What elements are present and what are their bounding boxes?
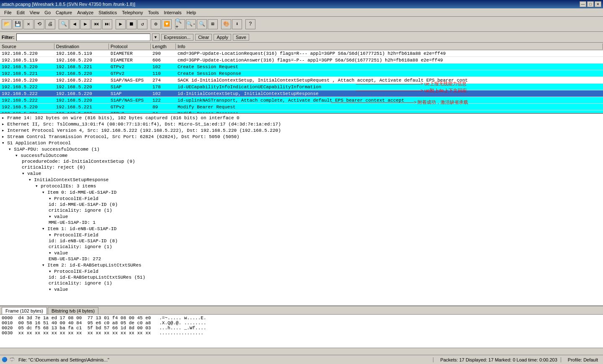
detail-line[interactable]: Item 2: id-E-RABSetupListCtxtSURes xyxy=(0,262,603,268)
detail-line[interactable]: ENB-UE-S1AP-ID: 272 xyxy=(0,256,603,262)
menu-item-edit[interactable]: Edit xyxy=(14,9,27,16)
auto-scroll-button[interactable]: ⬇ xyxy=(232,19,242,29)
detail-line[interactable]: Ethernet II, Src: TslCommu_13:01:f4 (08:… xyxy=(0,121,603,127)
main-area: Source Destination Protocol Length Info … xyxy=(0,43,603,355)
hex-row: 0000 d4 3d 7e 1a ed 17 08 00 77 13 01 f4… xyxy=(2,315,601,320)
table-row[interactable]: 192.168.5.220192.168.5.221GTPv2102Create… xyxy=(0,64,603,70)
table-row[interactable]: 192.168.5.220192.168.5.221GTPv289Modify … xyxy=(0,104,603,110)
detail-line[interactable]: MME-UE-S1AP-ID: 1 xyxy=(0,220,603,226)
detail-line[interactable]: ProtocolIE-Field xyxy=(0,232,603,238)
clear-button[interactable]: Clear xyxy=(195,34,212,41)
menu-item-telephony[interactable]: Telephony xyxy=(119,9,145,16)
detail-line[interactable]: Frame 14: 102 bytes on wire (816 bits), … xyxy=(0,115,603,121)
table-row[interactable]: 192.168.5.221192.168.5.220GTPv284Modify … xyxy=(0,110,603,114)
save-button[interactable]: 💾 xyxy=(13,19,23,29)
find-packet-button[interactable]: 🔍 xyxy=(59,19,69,29)
status-packets: Packets: 17 Displayed: 17 Marked: 0 Load… xyxy=(437,357,561,362)
detail-line[interactable]: InitialContextSetupResponse xyxy=(0,177,603,183)
capture-stop-button[interactable]: ⏹ xyxy=(126,19,137,29)
detail-line[interactable]: Item 1: id-eNB-UE-S1AP-ID xyxy=(0,226,603,232)
menu-item-tools[interactable]: Tools xyxy=(146,9,162,16)
detail-line[interactable]: Stream Control Transmission Protocol, Sr… xyxy=(0,133,603,140)
table-row[interactable]: 192.168.5.220192.168.5.119DIAMETER290cmd… xyxy=(0,50,603,57)
help-button[interactable]: ? xyxy=(245,19,255,29)
detail-line[interactable]: successfulOutcome xyxy=(0,152,603,159)
col-header-info[interactable]: Info xyxy=(176,44,603,49)
minimize-button[interactable]: — xyxy=(580,1,586,7)
detail-line[interactable]: Item 0: id-MME-UE-S1AP-ID xyxy=(0,189,603,195)
capture-restart-button[interactable]: ↺ xyxy=(137,19,147,29)
save-filter-button[interactable]: Save xyxy=(233,34,249,41)
menu-item-view[interactable]: View xyxy=(27,9,42,16)
detail-line[interactable]: id: id-eNB-UE-S1AP-ID (8) xyxy=(0,238,603,244)
hex-tabs: Frame (102 bytes)Bitstring tvb (4 bytes) xyxy=(0,306,603,315)
close-file-button[interactable]: ✕ xyxy=(23,19,34,29)
detail-line[interactable]: Internet Protocol Version 4, Src: 192.16… xyxy=(0,127,603,133)
reload-button[interactable]: ⟲ xyxy=(34,19,44,29)
hex-tab-0[interactable]: Frame (102 bytes) xyxy=(2,307,47,314)
apply-button[interactable]: Apply xyxy=(214,34,231,41)
resize-columns-button[interactable]: ⊞ xyxy=(208,19,218,29)
open-button[interactable]: 📂 xyxy=(2,19,12,29)
menu-item-go[interactable]: Go xyxy=(42,9,53,16)
table-row[interactable]: 192.168.5.221192.168.5.220GTPv2110Create… xyxy=(0,70,603,77)
menu-item-statistics[interactable]: Statistics xyxy=(96,9,119,16)
menu-item-analyze[interactable]: Analyze xyxy=(75,9,96,16)
table-row[interactable]: 192.168.5.220192.168.5.222S1AP/NAS-EPS27… xyxy=(0,77,603,84)
detail-line[interactable]: value xyxy=(0,213,603,220)
menu-item-help[interactable]: Help xyxy=(184,9,198,16)
prev-button[interactable]: ◀ xyxy=(70,19,80,29)
capture-filter-button[interactable]: 🔽 xyxy=(162,19,172,29)
filter-input[interactable] xyxy=(16,33,150,41)
detail-line[interactable]: id: id-E-RABSetupListCtxtSURes (51) xyxy=(0,274,603,280)
detail-line[interactable]: criticality: reject (0) xyxy=(0,164,603,170)
detail-line[interactable]: criticality: ignore (1) xyxy=(0,208,603,213)
next-button[interactable]: ▶ xyxy=(80,19,90,29)
capture-start-button[interactable]: ▶ xyxy=(116,19,126,29)
table-row[interactable]: 192.168.5.222192.168.5.220S1AP/NAS-EPS12… xyxy=(0,97,603,104)
col-header-source[interactable]: Source xyxy=(0,44,54,49)
titlebar-controls: — □ ✕ xyxy=(580,1,601,7)
table-row[interactable]: 192.168.5.222192.168.5.220S1AP102id-Init… xyxy=(0,90,603,97)
menubar: FileEditViewGoCaptureAnalyzeStatisticsTe… xyxy=(0,8,603,17)
packet-list[interactable]: Source Destination Protocol Length Info … xyxy=(0,43,603,114)
packet-detail[interactable]: Frame 14: 102 bytes on wire (816 bits), … xyxy=(0,114,603,306)
table-row[interactable]: 192.168.5.222192.168.5.220S1AP178id-UECa… xyxy=(0,84,603,90)
detail-line[interactable]: criticality: ignore (1) xyxy=(0,244,603,250)
hex-dump[interactable]: 0000 d4 3d 7e 1a ed 17 08 00 77 13 01 f4… xyxy=(0,315,603,348)
zoom-in-button[interactable]: 🔍+ xyxy=(175,19,185,29)
expression-button[interactable]: Expression... xyxy=(161,34,194,41)
detail-line[interactable]: ProtocolIE-Field xyxy=(0,268,603,274)
maximize-button[interactable]: □ xyxy=(587,1,594,7)
menu-item-file[interactable]: File xyxy=(2,9,14,16)
packet-list-header: Source Destination Protocol Length Info xyxy=(0,43,603,50)
detail-line[interactable]: procedureCode: id-InitialContextSetup (9… xyxy=(0,159,603,164)
col-header-destination[interactable]: Destination xyxy=(54,44,109,49)
go-last-button[interactable]: ⏭ xyxy=(102,19,112,29)
col-header-protocol[interactable]: Protocol xyxy=(109,44,151,49)
detail-line[interactable]: S1 Application Protocol xyxy=(0,140,603,146)
close-button[interactable]: ✕ xyxy=(595,1,601,7)
col-header-length[interactable]: Length xyxy=(151,44,176,49)
menu-item-internals[interactable]: Internals xyxy=(161,9,184,16)
go-first-button[interactable]: ⏮ xyxy=(91,19,101,29)
filter-dropdown[interactable]: ▼ xyxy=(152,33,160,41)
print-button[interactable]: 🖨 xyxy=(45,19,55,29)
detail-line[interactable]: value xyxy=(0,250,603,256)
hex-row: 0010 00 58 16 51 40 00 40 84 95 e6 c0 a8… xyxy=(2,320,601,326)
colorize-button[interactable]: 🎨 xyxy=(221,19,231,29)
hex-tab-1[interactable]: Bitstring tvb (4 bytes) xyxy=(48,307,98,314)
detail-line[interactable]: S1AP-PDU: successfulOutcome (1) xyxy=(0,146,603,152)
zoom-normal-button[interactable]: 🔍 xyxy=(197,19,207,29)
detail-line[interactable]: value xyxy=(0,286,603,292)
zoom-out-button[interactable]: 🔍- xyxy=(186,19,196,29)
detail-line[interactable]: protocolIEs: 3 items xyxy=(0,183,603,189)
detail-line[interactable]: ProtocolIE-Field xyxy=(0,195,603,202)
menu-item-capture[interactable]: Capture xyxy=(53,9,75,16)
table-row[interactable]: 192.168.5.119192.168.5.220DIAMETER606cmd… xyxy=(0,57,603,64)
detail-line[interactable]: value xyxy=(0,170,603,177)
detail-line[interactable]: id: id-MME-UE-S1AP-ID (0) xyxy=(0,202,603,208)
toolbar: 📂 💾 ✕ ⟲ 🖨 🔍 ◀ ▶ ⏮ ⏭ ▶ ⏹ ↺ ⚙ 🔽 🔍+ 🔍- 🔍 ⊞ … xyxy=(0,17,603,32)
detail-line[interactable]: criticality: ignore (1) xyxy=(0,280,603,286)
capture-options-button[interactable]: ⚙ xyxy=(151,19,161,29)
